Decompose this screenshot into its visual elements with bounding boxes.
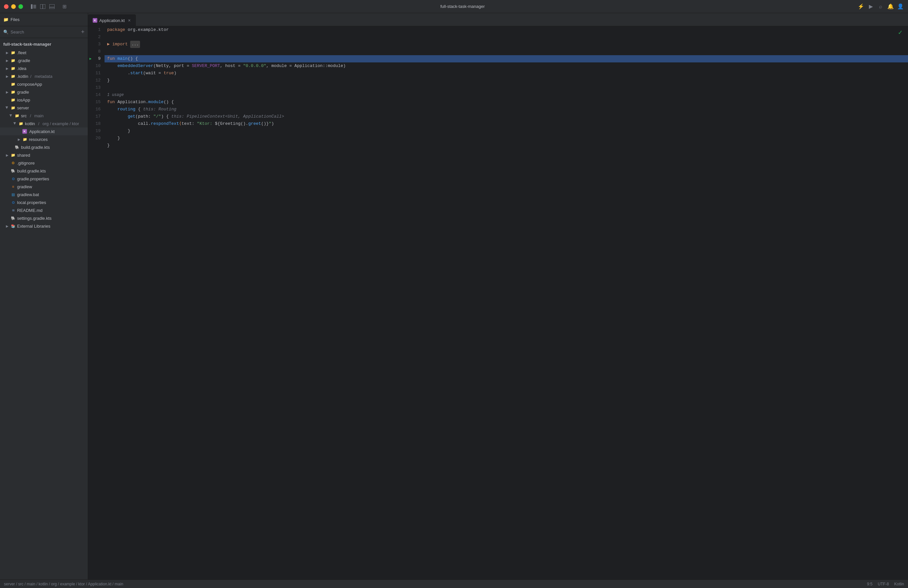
folder-icon: 📁 (23, 137, 27, 142)
folder-icon: 📁 (11, 89, 16, 95)
line-num-1: 1 (88, 26, 105, 34)
traffic-lights (4, 4, 23, 9)
sidebar-item-resources[interactable]: ▶ 📁 resources (0, 135, 88, 143)
titlebar: ⊞ full-stack-task-manager ⚡ ▶ ⌕ 🔔 👤 (0, 0, 908, 13)
sidebar-item-ios-app[interactable]: 📁 iosApp (0, 96, 88, 104)
code-line-3: ▶ import ... (105, 41, 908, 48)
status-bar-right: 9:5 UTF-8 Kotlin (867, 582, 904, 586)
editor-checkmark: ✓ (898, 29, 903, 36)
sidebar: 📁 Files 🔍 Search + full-stack-task-manag… (0, 13, 88, 580)
line-num-13: 13 (88, 84, 105, 91)
line-num-19: 19 (88, 127, 105, 135)
encoding: UTF-8 (878, 582, 889, 586)
titlebar-title: full-stack-task-manager (71, 4, 854, 9)
sidebar-item-gradle-folder[interactable]: ▶ 📁 gradle (0, 88, 88, 96)
titlebar-right-icons: ⚡ ▶ ⌕ 🔔 👤 (857, 3, 904, 10)
editor-layout-icon[interactable] (39, 3, 46, 10)
lightning-icon[interactable]: ⚡ (857, 3, 865, 10)
close-button[interactable] (4, 4, 8, 9)
breadcrumb: server / src / main / kotlin / org / exa… (4, 582, 123, 586)
status-bar: server / src / main / kotlin / org / exa… (0, 580, 908, 588)
run-icon[interactable]: ▶ (867, 3, 874, 10)
tab-close-button[interactable]: × (128, 18, 130, 23)
folder-icon: 📁 (11, 74, 16, 79)
sidebar-item-application-kt[interactable]: K Application.kt (0, 127, 88, 135)
sidebar-item-settings-gradle[interactable]: 🐘 settings.gradle.kts (0, 214, 88, 222)
sidebar-item-local-properties[interactable]: ⊙ local.properties (0, 198, 88, 206)
sidebar-item-readme[interactable]: ≋ README.md (0, 206, 88, 214)
cursor-position: 9:5 (867, 582, 873, 586)
line-num-20: 20 (88, 135, 105, 142)
sidebar-item-kotlin-src[interactable]: ▶ 📁 kotlin / org / example / ktor (0, 120, 88, 127)
line-num-17: 17 (88, 113, 105, 120)
folder-icon: 📁 (11, 50, 16, 55)
line-num-14: 14 (88, 91, 105, 98)
sidebar-item-fleet[interactable]: ▶ 📁 .fleet (0, 48, 88, 56)
panel-layout-icon[interactable] (49, 3, 55, 10)
files-icon: 📁 (3, 17, 8, 22)
line-num-8: 8 (88, 48, 105, 55)
code-content[interactable]: package org.example.ktor ▶ import ... fu… (105, 26, 908, 580)
sidebar-item-compose-app[interactable]: 📁 composeApp (0, 80, 88, 88)
gradlew-bat-icon: ▤ (11, 192, 16, 197)
sidebar-item-shared[interactable]: ▶ 📁 shared (0, 151, 88, 159)
new-file-button[interactable]: + (81, 29, 84, 35)
code-line-10: embeddedServer(Netty, port = SERVER_PORT… (105, 63, 908, 70)
sidebar-item-kotlin[interactable]: ▶ 📁 .kotlin / metadata (0, 72, 88, 80)
gradle-props-icon: ⊙ (11, 176, 16, 182)
line-num-18: 18 (88, 120, 105, 127)
maximize-button[interactable] (18, 4, 23, 9)
editor-area: K Application.kt × 1 2 3 8 ▶ 9 10 11 12 … (88, 13, 908, 580)
code-line-20: } (105, 142, 908, 149)
sidebar-item-idea[interactable]: ▶ 📁 .idea (0, 64, 88, 72)
grid-icon[interactable]: ⊞ (61, 3, 68, 10)
code-line-19: } (105, 135, 908, 142)
breadcrumb-text: server / src / main / kotlin / org / exa… (4, 582, 123, 586)
chevron-right-icon: ▶ (17, 137, 21, 141)
line-num-16: 16 (88, 106, 105, 113)
minimize-button[interactable] (11, 4, 16, 9)
tab-bar: K Application.kt × (88, 13, 908, 26)
line-num-12: 12 (88, 77, 105, 84)
sidebar-item-gradlew[interactable]: ≡ gradlew (0, 183, 88, 191)
chevron-right-icon: ▶ (5, 224, 9, 228)
line-num-3: 3 (88, 41, 105, 48)
search-icon[interactable]: ⌕ (877, 3, 884, 10)
sidebar-item-external-libraries[interactable]: ▶ 📚 External Libraries (0, 222, 88, 230)
sidebar-item-server[interactable]: ▶ 📁 server (0, 104, 88, 112)
titlebar-left-icons (30, 3, 55, 10)
profile-icon[interactable]: 👤 (897, 3, 904, 10)
folder-icon: 📁 (11, 153, 16, 157)
sidebar-item-gitignore[interactable]: ⚙ .gitignore (0, 159, 88, 167)
sidebar-search[interactable]: 🔍 Search + (0, 26, 88, 38)
markdown-icon: ≋ (11, 207, 16, 213)
gradlew-icon: ≡ (11, 184, 16, 189)
sidebar-item-build-gradle-root[interactable]: 🐘 build.gradle.kts (0, 167, 88, 175)
line-numbers: 1 2 3 8 ▶ 9 10 11 12 13 14 15 16 17 18 1… (88, 26, 105, 580)
gradle-file-icon: 🐘 (11, 215, 16, 221)
code-line-14b: fun Application.module() { (105, 98, 908, 106)
chevron-right-icon: ▶ (5, 74, 9, 78)
file-type: Kotlin (894, 582, 904, 586)
line-num-2: 2 (88, 34, 105, 41)
libraries-icon: 📚 (11, 223, 16, 229)
code-line-2 (105, 34, 908, 41)
gradle-file-icon: 🐘 (11, 168, 16, 174)
notification-icon[interactable]: 🔔 (887, 3, 894, 10)
sidebar-item-gradle-hidden[interactable]: ▶ 📁 .gradle (0, 56, 88, 64)
sidebar-item-gradle-properties[interactable]: ⊙ gradle.properties (0, 175, 88, 183)
chevron-down-icon: ▶ (13, 122, 17, 125)
local-props-icon: ⊙ (11, 200, 16, 205)
sidebar-item-src[interactable]: ▶ 📁 src / main (0, 112, 88, 120)
code-line-14: 1 usage (105, 91, 908, 98)
sidebar-toggle-icon[interactable] (30, 3, 37, 10)
folder-icon: 📁 (11, 97, 16, 103)
folder-icon: 📁 (18, 121, 24, 126)
tab-application-kt[interactable]: K Application.kt × (88, 14, 136, 26)
chevron-down-icon: ▶ (5, 106, 9, 110)
sidebar-item-build-gradle-server[interactable]: 🐘 build.gradle.kts (0, 143, 88, 151)
sidebar-tree: full-stack-task-manager ▶ 📁 .fleet ▶ 📁 .… (0, 38, 88, 580)
sidebar-item-gradlew-bat[interactable]: ▤ gradlew.bat (0, 191, 88, 198)
folder-icon: 📁 (11, 66, 16, 71)
code-line-9: fun main() { (105, 55, 908, 63)
